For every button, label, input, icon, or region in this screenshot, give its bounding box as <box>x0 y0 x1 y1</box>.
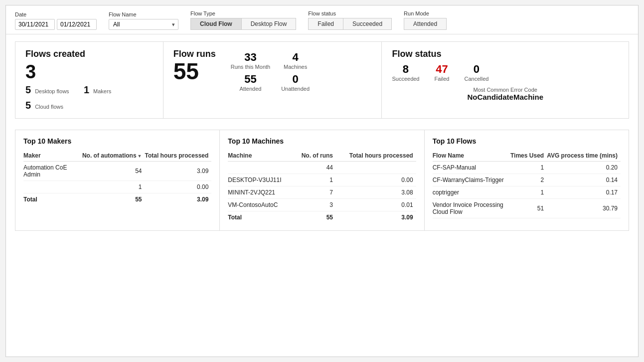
succeeded-label: Succeeded <box>392 76 419 82</box>
desktop-flows-label: Desktop flows <box>35 88 69 94</box>
failed-num: 47 <box>436 63 448 76</box>
flows-col-times: Times Used <box>510 150 547 162</box>
flows-col-avg: AVG process time (mins) <box>547 150 621 162</box>
main-content: Flows created 3 5 Desktop flows 1 Makers… <box>6 34 638 238</box>
machines-col-hours: Total hours processed <box>336 150 416 162</box>
makers-col-automations: No. of automations▼ <box>82 150 145 162</box>
top-makers-section: Top 10 Makers Maker No. of automations▼ … <box>15 130 220 230</box>
flows-tbody: CF-SAP-Manual10.20CF-WarranyClaims-Trigg… <box>433 162 621 218</box>
run-mode-section: Run Mode Attended <box>404 10 447 30</box>
flow-runs-left: Flow runs 55 <box>173 49 216 83</box>
flow-runs-stats: 33 Runs this Month 55 Attended 4 Machine… <box>231 51 310 92</box>
tables-row: Top 10 Makers Maker No. of automations▼ … <box>15 130 629 231</box>
top-machines-title: Top 10 Machines <box>228 137 416 145</box>
error-code-label: Most Common Error Code <box>392 87 619 93</box>
flow-status-buttons: Failed Succeeded <box>308 18 392 30</box>
flow-runs-inner: Flow runs 55 33 Runs this Month 55 Atten… <box>173 49 372 92</box>
filter-bar: Date Flow Name All Flow Type Cloud Flow … <box>6 5 638 34</box>
top-flows-title: Top 10 Flows <box>433 137 621 145</box>
cancelled-label: Cancelled <box>464 76 488 82</box>
machines-col-machine: Machine <box>228 150 294 162</box>
flow-type-buttons: Cloud Flow Desktop Flow <box>190 18 296 30</box>
machines-total-row: Total553.09 <box>228 211 416 224</box>
date-inputs <box>15 19 97 30</box>
unattended-label: Unattended <box>281 86 310 92</box>
flows-created-title: Flows created <box>25 49 153 60</box>
failed-col: 47 Failed <box>434 63 449 82</box>
runs-month-num: 33 <box>244 51 256 64</box>
top-makers-title: Top 10 Makers <box>23 137 211 145</box>
flow-runs-big: 55 <box>173 60 216 83</box>
flow-name-select[interactable]: All <box>109 19 178 30</box>
flow-status-card: Flow status 8 Succeeded 47 Failed 0 Canc… <box>382 42 629 118</box>
machines-header-row: Machine No. of runs Total hours processe… <box>228 150 416 162</box>
cancelled-num: 0 <box>474 63 480 76</box>
table-row: CF-WarranyClaims-Trigger20.14 <box>433 174 621 186</box>
table-row: VM-ContosoAutoC30.01 <box>228 199 416 211</box>
flow-type-desktop-btn[interactable]: Desktop Flow <box>241 18 297 30</box>
machines-col: 4 Machines 0 Unattended <box>281 51 310 92</box>
makers-header-row: Maker No. of automations▼ Total hours pr… <box>23 150 211 162</box>
run-mode-label: Run Mode <box>404 10 447 16</box>
flow-status-failed-btn[interactable]: Failed <box>308 18 343 30</box>
attended-label: Attended <box>239 86 261 92</box>
flows-created-sub: 5 Desktop flows 1 Makers 5 Cloud flows <box>25 84 153 111</box>
runs-this-month: 33 Runs this Month 55 Attended <box>231 51 270 92</box>
machines-col-runs: No. of runs <box>295 150 336 162</box>
machines-tbody: 44DESKTOP-V3UJ11I10.00MININT-2VJQ22173.0… <box>228 162 416 224</box>
flow-runs-card: Flow runs 55 33 Runs this Month 55 Atten… <box>163 42 382 118</box>
table-row: DESKTOP-V3UJ11I10.00 <box>228 174 416 186</box>
table-row: coptrigger10.17 <box>433 186 621 199</box>
flow-type-label: Flow Type <box>190 10 296 16</box>
flow-status-stats: 8 Succeeded 47 Failed 0 Cancelled <box>392 63 619 82</box>
makers-tbody: Automation CoE Admin543.0910.00Total553.… <box>23 162 211 206</box>
dashboard: Date Flow Name All Flow Type Cloud Flow … <box>5 5 639 357</box>
makers-total-row: Total553.09 <box>23 193 211 206</box>
top-flows-section: Top 10 Flows Flow Name Times Used AVG pr… <box>425 130 629 230</box>
top-machines-section: Top 10 Machines Machine No. of runs Tota… <box>220 130 424 230</box>
succeeded-col: 8 Succeeded <box>392 63 419 82</box>
error-code-value: NoCandidateMachine <box>392 93 619 101</box>
table-row: Automation CoE Admin543.09 <box>23 162 211 181</box>
date-start-input[interactable] <box>15 19 55 30</box>
attended-num: 55 <box>244 73 256 86</box>
table-row: MININT-2VJQ22173.08 <box>228 186 416 199</box>
flow-status-succeeded-btn[interactable]: Succeeded <box>343 18 392 30</box>
flow-name-filter-group: Flow Name All <box>109 11 178 30</box>
date-label: Date <box>15 11 97 17</box>
unattended-num: 0 <box>292 73 298 86</box>
machines-table: Machine No. of runs Total hours processe… <box>228 150 416 223</box>
cloud-flows-label: Cloud flows <box>35 104 63 110</box>
flow-name-label: Flow Name <box>109 11 178 17</box>
makers-num: 1 <box>84 84 89 96</box>
failed-label: Failed <box>434 76 449 82</box>
flows-table: Flow Name Times Used AVG process time (m… <box>433 150 621 218</box>
stat-cards-row: Flows created 3 5 Desktop flows 1 Makers… <box>15 41 629 119</box>
flow-status-filter-label: Flow status <box>308 10 392 16</box>
table-row: CF-SAP-Manual10.20 <box>433 162 621 174</box>
flow-status-title: Flow status <box>392 49 619 60</box>
flows-created-value: 3 <box>25 62 153 83</box>
makers-label: Makers <box>93 88 111 94</box>
flows-col-name: Flow Name <box>433 150 510 162</box>
flow-type-section: Flow Type Cloud Flow Desktop Flow <box>190 10 296 30</box>
runs-month-label: Runs this Month <box>231 64 270 70</box>
error-code-section: Most Common Error Code NoCandidateMachin… <box>392 87 619 101</box>
machines-label: Machines <box>284 64 307 70</box>
succeeded-num: 8 <box>403 63 409 76</box>
desktop-flows-num: 5 <box>25 84 31 96</box>
flow-type-cloud-btn[interactable]: Cloud Flow <box>190 18 241 30</box>
table-row: 10.00 <box>23 181 211 193</box>
flows-header-row: Flow Name Times Used AVG process time (m… <box>433 150 621 162</box>
flows-created-card: Flows created 3 5 Desktop flows 1 Makers… <box>15 42 163 118</box>
cancelled-col: 0 Cancelled <box>464 63 488 82</box>
date-end-input[interactable] <box>57 19 97 30</box>
makers-col-maker: Maker <box>23 150 82 162</box>
flow-name-select-wrapper: All <box>109 19 178 30</box>
flow-status-section: Flow status Failed Succeeded <box>308 10 392 30</box>
cloud-flows-row: 5 Cloud flows <box>25 100 153 111</box>
run-mode-attended-btn[interactable]: Attended <box>404 18 447 30</box>
makers-table: Maker No. of automations▼ Total hours pr… <box>23 150 211 205</box>
date-filter-group: Date <box>15 11 97 30</box>
machines-num: 4 <box>292 51 298 64</box>
